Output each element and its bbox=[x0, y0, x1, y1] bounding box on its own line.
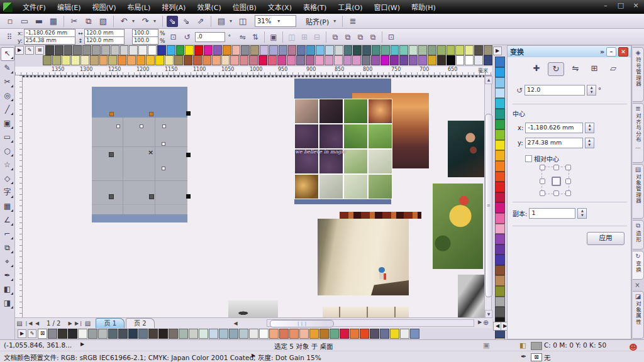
color-swatch[interactable] bbox=[315, 55, 324, 65]
coords-expand-icon[interactable]: ▶ bbox=[80, 341, 84, 347]
color-swatch[interactable] bbox=[68, 329, 77, 339]
color-swatch[interactable] bbox=[138, 45, 147, 55]
color-swatch[interactable] bbox=[99, 55, 108, 65]
mirror-horizontal-icon[interactable]: ⇋ bbox=[237, 33, 248, 41]
undo-icon[interactable]: ↶ bbox=[118, 15, 130, 27]
node-handle[interactable] bbox=[109, 112, 114, 116]
zoom-tool[interactable]: ◎ bbox=[1, 89, 14, 102]
color-swatch[interactable] bbox=[199, 329, 208, 339]
color-swatch[interactable] bbox=[90, 55, 99, 65]
menu-table[interactable]: 表格(T) bbox=[297, 1, 332, 13]
node-handle[interactable] bbox=[149, 112, 153, 116]
template-grid-body[interactable] bbox=[92, 118, 187, 214]
ellipse-tool[interactable]: ○ bbox=[1, 144, 14, 158]
snap-to-button[interactable]: 贴齐(P) bbox=[303, 16, 331, 26]
color-swatch[interactable] bbox=[484, 55, 492, 65]
collage-photo-cell[interactable] bbox=[319, 124, 343, 148]
color-swatch[interactable] bbox=[390, 329, 399, 339]
color-swatch[interactable] bbox=[229, 329, 238, 339]
color-swatch[interactable] bbox=[437, 45, 446, 55]
color-swatch[interactable] bbox=[259, 329, 269, 339]
close-button[interactable]: × bbox=[630, 1, 641, 9]
connector-tool[interactable]: ⌐ bbox=[1, 227, 14, 241]
drawing-canvas[interactable]: × we believe in magic ▲ bbox=[23, 75, 484, 317]
rectangle-tool[interactable]: ▭ bbox=[1, 130, 14, 144]
color-swatch[interactable] bbox=[146, 55, 155, 65]
color-swatch[interactable] bbox=[249, 329, 258, 339]
dimension-tool[interactable]: ∠ bbox=[1, 213, 14, 227]
color-swatch[interactable] bbox=[495, 286, 505, 297]
color-swatch[interactable] bbox=[241, 45, 250, 55]
properties-icon[interactable]: ⊡ bbox=[386, 33, 397, 41]
page-options-icon[interactable]: ▤ bbox=[15, 320, 24, 327]
color-swatch[interactable] bbox=[484, 45, 492, 55]
color-swatch[interactable] bbox=[495, 192, 505, 203]
interactive-fill-tool[interactable]: ◨ bbox=[1, 296, 14, 310]
color-swatch[interactable] bbox=[418, 55, 427, 65]
color-swatch[interactable] bbox=[213, 45, 222, 55]
copies-field[interactable]: 1 bbox=[529, 208, 575, 219]
color-swatch[interactable] bbox=[474, 55, 483, 65]
center-y-field[interactable]: 274.38 mm bbox=[525, 138, 583, 148]
color-swatch[interactable] bbox=[495, 213, 505, 224]
collage-photo-cell[interactable] bbox=[344, 175, 367, 199]
menu-help[interactable]: 帮助(H) bbox=[406, 1, 441, 13]
color-swatch[interactable] bbox=[306, 55, 314, 65]
color-swatch[interactable] bbox=[495, 265, 505, 276]
color-swatch[interactable] bbox=[400, 329, 409, 339]
scroll-left-button[interactable]: ◀ bbox=[231, 321, 240, 326]
selection-handle[interactable] bbox=[149, 194, 154, 199]
fill-tool[interactable]: ◧ bbox=[1, 282, 14, 296]
open-curve-icon[interactable]: ⊟ bbox=[311, 33, 323, 41]
color-swatch[interactable] bbox=[350, 329, 359, 339]
tab-symbol-manager[interactable]: ◈符号管理器 bbox=[633, 47, 644, 102]
color-swatch[interactable] bbox=[340, 329, 349, 339]
color-swatch[interactable] bbox=[73, 45, 82, 55]
selection-handle[interactable] bbox=[109, 152, 114, 157]
color-swatch[interactable] bbox=[169, 329, 178, 339]
color-swatch[interactable] bbox=[495, 161, 505, 172]
color-swatch[interactable] bbox=[418, 45, 427, 55]
color-swatch[interactable] bbox=[335, 45, 343, 55]
color-swatch[interactable] bbox=[129, 45, 138, 55]
color-swatch[interactable] bbox=[289, 329, 299, 339]
treat-as-filled-icon[interactable]: ▣ bbox=[268, 33, 279, 41]
no-color-swatch[interactable]: ⊠ bbox=[38, 329, 47, 339]
color-swatch[interactable] bbox=[194, 45, 203, 55]
color-swatch[interactable] bbox=[495, 234, 505, 244]
import-icon[interactable]: ⇘ bbox=[180, 15, 192, 27]
color-swatch[interactable] bbox=[118, 329, 128, 339]
edit-source-icon[interactable]: ⊞ bbox=[299, 33, 310, 41]
color-swatch[interactable] bbox=[319, 329, 329, 339]
color-swatch[interactable] bbox=[268, 55, 277, 65]
color-swatch[interactable] bbox=[43, 55, 52, 65]
color-swatch[interactable] bbox=[495, 150, 505, 161]
anchor-left[interactable] bbox=[540, 178, 545, 184]
collage-photo-cell[interactable] bbox=[369, 99, 392, 123]
rotation-spinner[interactable]: ▲▼ bbox=[587, 85, 596, 96]
color-swatch[interactable] bbox=[221, 55, 230, 65]
horizontal-ruler[interactable]: 1350130012501200115011001050100095090085… bbox=[15, 67, 492, 75]
last-page-button[interactable]: ▶❘ bbox=[74, 321, 83, 326]
previous-page-button[interactable]: ◀ bbox=[33, 321, 42, 326]
anchor-bottom[interactable] bbox=[553, 190, 559, 196]
color-swatch[interactable] bbox=[495, 77, 505, 88]
user-status-icon[interactable]: ☻ bbox=[629, 343, 638, 352]
scale-v-field[interactable]: 100.0 bbox=[132, 36, 158, 45]
search-content-icon[interactable]: ⇘ bbox=[167, 16, 178, 27]
docker-close-button[interactable]: × bbox=[618, 47, 628, 57]
group-icon[interactable]: ⧉ bbox=[355, 33, 366, 41]
photo-lantern-tree[interactable] bbox=[433, 184, 483, 269]
size-mode-icon[interactable]: ⊞ bbox=[587, 62, 602, 75]
center-y-spinner[interactable]: ▲▼ bbox=[585, 138, 594, 148]
paste-icon[interactable]: ▧ bbox=[97, 15, 109, 27]
color-swatch[interactable] bbox=[495, 109, 505, 119]
basic-shapes-tool[interactable]: ◇ bbox=[1, 172, 14, 185]
color-swatch[interactable] bbox=[269, 45, 278, 55]
color-swatch[interactable] bbox=[495, 57, 505, 67]
rotation-angle-field[interactable]: 12.0 bbox=[525, 85, 585, 96]
color-swatch[interactable] bbox=[409, 45, 418, 55]
color-swatch[interactable] bbox=[203, 55, 211, 65]
color-swatch[interactable] bbox=[371, 55, 380, 65]
color-swatch[interactable] bbox=[380, 329, 389, 339]
